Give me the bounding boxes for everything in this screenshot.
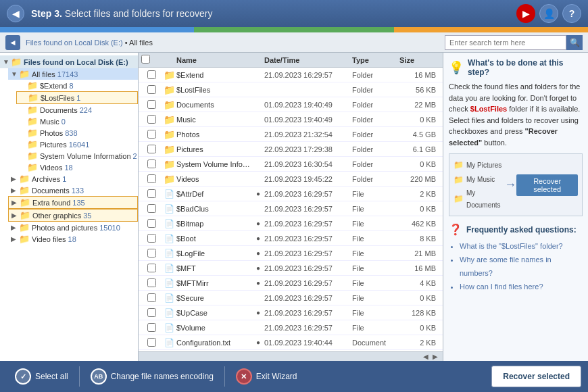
search-input[interactable] bbox=[445, 35, 566, 50]
scroll-left-button[interactable]: ◀ bbox=[421, 353, 431, 360]
row-checkbox[interactable] bbox=[147, 85, 156, 94]
row-dot: ● bbox=[256, 339, 264, 346]
faq-item-1[interactable]: What is the "$LostFiles" folder? bbox=[460, 240, 583, 253]
table-row: 📁 Music 01.09.2023 19:40:49 Folder 0 KB bbox=[139, 112, 443, 127]
progress-bar bbox=[0, 27, 588, 32]
sidebar-item-sysvolinfo[interactable]: 📁 System Volume Information 2 bbox=[16, 150, 138, 162]
row-checkbox[interactable] bbox=[147, 115, 156, 124]
youtube-button[interactable]: ▶ bbox=[516, 4, 535, 23]
table-row: 📁 $Extend 21.09.2023 16:29:57 Folder 16 … bbox=[139, 68, 443, 82]
row-checkbox[interactable] bbox=[147, 293, 156, 302]
sidebar-item-music-sub[interactable]: 📁 Music 0 bbox=[16, 116, 138, 127]
row-size: 6.1 GB bbox=[399, 145, 440, 153]
row-checkbox[interactable] bbox=[147, 100, 156, 109]
row-checkbox-cell bbox=[141, 323, 162, 332]
row-name: $UpCase bbox=[176, 309, 256, 317]
row-size: 21 MB bbox=[399, 249, 440, 258]
sidebar-item-allfiles[interactable]: ▼ 📁 All files 17143 bbox=[8, 68, 138, 80]
user-button[interactable]: 👤 bbox=[539, 4, 558, 23]
row-checkbox[interactable] bbox=[147, 189, 156, 198]
row-icon-cell: 📄 bbox=[162, 293, 176, 303]
row-size: 128 KB bbox=[399, 309, 440, 317]
row-checkbox[interactable] bbox=[147, 278, 156, 287]
sidebar-item-lostfiles[interactable]: 📁 $LostFiles 1 bbox=[16, 91, 138, 104]
row-checkbox[interactable] bbox=[147, 219, 156, 228]
tree-toggle-extrafound: ▶ bbox=[11, 199, 20, 206]
row-checkbox-cell bbox=[141, 115, 162, 124]
bottom-divider-2 bbox=[224, 366, 225, 387]
exit-button[interactable]: ✕ Exit Wizard bbox=[228, 364, 305, 389]
row-icon-cell: 📄 bbox=[162, 308, 176, 318]
row-type: Folder bbox=[352, 175, 399, 183]
header-name: Name bbox=[176, 56, 264, 64]
table-row: 📄 $Secure 21.09.2023 16:29:57 File 0 KB bbox=[139, 291, 443, 305]
tree-toggle-photospictures: ▶ bbox=[11, 224, 19, 231]
sidebar-item-extrafound[interactable]: ▶ 📁 Extra found 135 bbox=[8, 196, 138, 209]
tree-toggle-root[interactable]: ▼ bbox=[3, 58, 11, 66]
row-size: 0 KB bbox=[399, 116, 440, 124]
breadcrumb-root-link[interactable]: Files found on Local Disk (E:) bbox=[26, 39, 123, 47]
help-button[interactable]: ? bbox=[562, 4, 581, 23]
row-checkbox[interactable] bbox=[147, 130, 156, 139]
sidebar-item-videofiles[interactable]: ▶ 📁 Video files 18 bbox=[8, 233, 138, 245]
folder-icon-row: 📁 bbox=[164, 129, 175, 140]
row-checkbox-cell bbox=[141, 278, 162, 287]
header-checkbox[interactable] bbox=[141, 55, 150, 64]
scroll-right-button[interactable]: ▶ bbox=[431, 353, 440, 360]
search-button[interactable]: 🔍 bbox=[566, 35, 583, 50]
encoding-button[interactable]: AB Change file names encoding bbox=[82, 364, 222, 389]
row-checkbox-cell bbox=[141, 338, 162, 347]
sidebar-item-photospictures[interactable]: ▶ 📁 Photos and pictures 15010 bbox=[8, 222, 138, 233]
row-size: 462 KB bbox=[399, 220, 440, 228]
row-checkbox[interactable] bbox=[147, 145, 156, 153]
sidebar-item-documents-sub[interactable]: 📁 Documents 224 bbox=[16, 104, 138, 116]
faq-item-3[interactable]: How can I find files here? bbox=[460, 280, 583, 294]
row-checkbox-cell bbox=[141, 70, 162, 79]
row-checkbox[interactable] bbox=[147, 338, 156, 347]
faq-item-2[interactable]: Why are some file names in numbers? bbox=[460, 253, 583, 280]
sidebar-item-photos-sub[interactable]: 📁 Photos 838 bbox=[16, 127, 138, 139]
tree-count-othergraphics: 35 bbox=[83, 212, 91, 220]
diagram-recover-button[interactable]: Recover selected bbox=[516, 174, 578, 196]
title-text: Step 3. Select files and folders for rec… bbox=[31, 8, 516, 19]
row-checkbox[interactable] bbox=[147, 70, 156, 79]
recover-selected-button[interactable]: Recover selected bbox=[491, 366, 581, 387]
row-checkbox[interactable] bbox=[147, 264, 156, 272]
row-checkbox[interactable] bbox=[147, 204, 156, 213]
folder-icon-documents: 📁 bbox=[19, 185, 30, 195]
back-button[interactable]: ◀ bbox=[7, 5, 24, 22]
row-type: File bbox=[352, 294, 399, 302]
row-checkbox[interactable] bbox=[147, 308, 156, 317]
row-size: 2 KB bbox=[399, 190, 440, 198]
tree-label-archives: Archives bbox=[32, 175, 60, 183]
row-checkbox[interactable] bbox=[147, 323, 156, 332]
sidebar-item-videos-sub[interactable]: 📁 Videos 18 bbox=[16, 162, 138, 173]
breadcrumb-back-button[interactable]: ◄ bbox=[5, 35, 20, 50]
row-checkbox[interactable] bbox=[147, 174, 156, 183]
row-date: 21.09.2023 16:29:57 bbox=[264, 264, 352, 272]
search-area: 🔍 bbox=[445, 35, 583, 50]
select-all-button[interactable]: ✓ Select all bbox=[7, 364, 76, 389]
row-dot: ● bbox=[256, 309, 264, 316]
tree-label-documents: Documents bbox=[32, 187, 70, 195]
row-size: 0 KB bbox=[399, 324, 440, 332]
folder-icon-videofiles: 📁 bbox=[19, 234, 30, 244]
folder-icon-row: 📁 bbox=[164, 114, 175, 125]
row-checkbox[interactable] bbox=[147, 160, 156, 168]
sidebar-item-pictures-sub[interactable]: 📁 Pictures 16041 bbox=[16, 139, 138, 150]
diagram-arrow-icon: → bbox=[504, 178, 516, 192]
row-date: 21.09.2023 16:29:57 bbox=[264, 309, 352, 317]
row-checkbox-cell bbox=[141, 145, 162, 153]
row-date: 21.09.2023 16:29:57 bbox=[264, 235, 352, 243]
sidebar-item-extend[interactable]: 📁 $Extend 8 bbox=[16, 80, 138, 91]
file-icon-row: 📄 bbox=[164, 293, 174, 303]
sidebar-item-documents[interactable]: ▶ 📁 Documents 133 bbox=[8, 185, 138, 196]
row-checkbox[interactable] bbox=[147, 249, 156, 258]
sidebar-item-othergraphics[interactable]: ▶ 📁 Other graphics 35 bbox=[8, 209, 138, 222]
tree-count-pictures-sub: 16041 bbox=[69, 141, 90, 149]
file-list-panel: Name Date/Time Type Size 📁 $Extend 21.09… bbox=[139, 53, 443, 361]
row-checkbox[interactable] bbox=[147, 234, 156, 243]
tree-count-extend: 8 bbox=[69, 82, 73, 90]
sidebar-item-archives[interactable]: ▶ 📁 Archives 1 bbox=[8, 173, 138, 185]
row-icon-cell: 📄 bbox=[162, 219, 176, 228]
